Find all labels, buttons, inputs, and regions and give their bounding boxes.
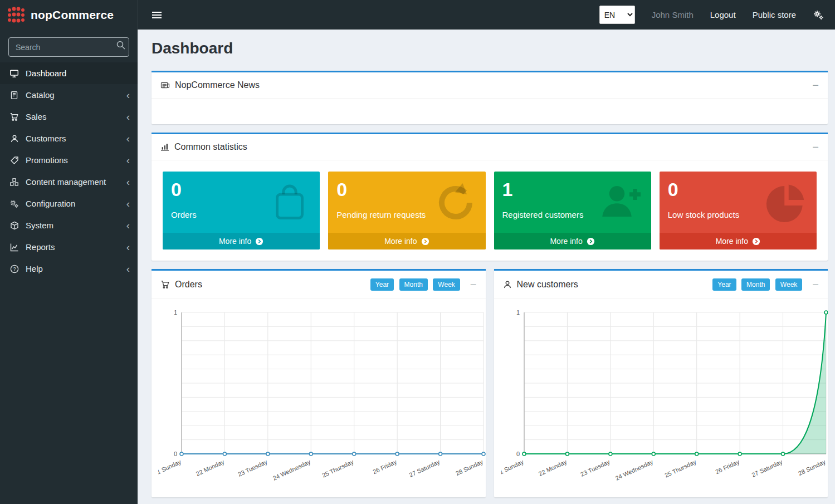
chevron-left-icon: ‹	[126, 266, 130, 272]
stat-boxes-row: 0 Orders More info 0 Pending return requ…	[152, 160, 828, 261]
sidebar-item-label: Configuration	[26, 199, 120, 208]
sidebar-toggle-button[interactable]	[148, 8, 166, 22]
statistics-panel-title: Common statistics	[174, 142, 247, 152]
sidebar-item-sales[interactable]: Sales ‹	[0, 106, 138, 128]
search-input[interactable]	[8, 37, 129, 57]
chevron-left-icon: ‹	[126, 244, 130, 251]
stat-value: 0	[171, 179, 311, 200]
sidebar-item-label: Sales	[26, 112, 120, 121]
svg-text:24 Wednesday: 24 Wednesday	[614, 458, 654, 482]
collapse-icon[interactable]: −	[812, 143, 819, 151]
more-info-label: More info	[550, 237, 582, 246]
sidebar-item-label: System	[26, 221, 120, 230]
sidebar-item-catalog[interactable]: Catalog ‹	[0, 84, 138, 106]
collapse-icon[interactable]: −	[812, 81, 819, 89]
sidebar-item-label: Reports	[26, 242, 120, 252]
stat-value: 0	[668, 179, 808, 200]
svg-text:22 Monday: 22 Monday	[195, 458, 226, 477]
more-info-label: More info	[384, 237, 417, 246]
more-info-link[interactable]: More info	[163, 233, 320, 249]
arrow-circle-right-icon	[587, 237, 595, 246]
year-button[interactable]: Year	[712, 278, 736, 291]
page-title: Dashboard	[152, 40, 828, 57]
chevron-left-icon: ‹	[126, 222, 130, 229]
svg-text:27 Saturday: 27 Saturday	[750, 458, 783, 478]
book-icon	[9, 91, 19, 100]
stat-value: 0	[336, 179, 477, 200]
stat-label: Low stock products	[668, 210, 808, 219]
gears-icon	[9, 199, 19, 208]
chevron-left-icon: ‹	[126, 200, 130, 207]
arrow-circle-right-icon	[421, 237, 429, 246]
more-info-link[interactable]: More info	[660, 233, 817, 249]
stat-box-orders: 0 Orders More info	[163, 172, 320, 249]
logout-link[interactable]: Logout	[710, 10, 736, 19]
svg-text:21 Sunday: 21 Sunday	[158, 458, 182, 477]
sidebar-item-help[interactable]: ? Help ‹	[0, 258, 138, 280]
month-button[interactable]: Month	[741, 278, 770, 291]
sidebar-item-label: Dashboard	[26, 68, 130, 78]
brand-logo[interactable]: nopCommerce	[0, 0, 138, 30]
sidebar-item-configuration[interactable]: Configuration ‹	[0, 193, 138, 214]
public-store-link[interactable]: Public store	[753, 10, 796, 19]
search-icon[interactable]	[116, 40, 126, 50]
brand-name: nopCommerce	[31, 8, 114, 22]
sidebar-item-reports[interactable]: Reports ‹	[0, 236, 138, 258]
week-button[interactable]: Week	[433, 278, 460, 291]
orders-panel-header: Orders Year Month Week −	[152, 271, 486, 299]
news-panel-body	[152, 99, 828, 124]
new-customers-panel: New customers Year Month Week − 1021 Sun…	[494, 269, 828, 497]
line-chart-icon	[9, 243, 19, 252]
new-customers-panel-header: New customers Year Month Week −	[494, 271, 828, 299]
sidebar-item-system[interactable]: System ‹	[0, 214, 138, 236]
stat-box-low-stock: 0 Low stock products More info	[660, 172, 817, 249]
sidebar-item-customers[interactable]: Customers ‹	[0, 128, 138, 149]
collapse-icon[interactable]: −	[470, 281, 477, 288]
orders-panel: Orders Year Month Week − 1021 Sunday22 M…	[152, 269, 486, 497]
orders-chart: 1021 Sunday22 Monday23 Tuesday24 Wednesd…	[152, 299, 486, 497]
svg-text:21 Sunday: 21 Sunday	[501, 458, 525, 477]
svg-text:1: 1	[174, 309, 177, 316]
svg-text:28 Sunday: 28 Sunday	[455, 458, 484, 477]
bar-chart-icon	[160, 143, 169, 151]
common-statistics-panel: Common statistics − 0 Orders More info	[152, 133, 828, 261]
user-name: John Smith	[652, 10, 694, 19]
user-icon	[503, 280, 512, 289]
question-icon: ?	[9, 265, 19, 273]
settings-gear-icon[interactable]	[813, 9, 824, 21]
sidebar-item-content-management[interactable]: Content management ‹	[0, 171, 138, 193]
sidebar-item-label: Help	[26, 264, 120, 273]
month-button[interactable]: Month	[399, 278, 428, 291]
svg-text:23 Tuesday: 23 Tuesday	[579, 458, 611, 478]
new-customers-range-buttons: Year Month Week	[710, 278, 802, 291]
news-panel: NopCommerce News −	[152, 71, 828, 124]
svg-text:26 Friday: 26 Friday	[372, 458, 398, 475]
sidebar-menu: Dashboard Catalog ‹ Sales ‹ Customers ‹ …	[0, 62, 138, 280]
stat-value: 1	[502, 179, 643, 200]
language-select[interactable]: EN	[599, 6, 635, 24]
top-nav: EN John Smith Logout Public store	[138, 0, 835, 30]
orders-panel-title: Orders	[175, 280, 202, 290]
more-info-link[interactable]: More info	[494, 233, 651, 249]
statistics-panel-header: Common statistics −	[152, 134, 828, 160]
sidebar-item-dashboard[interactable]: Dashboard	[0, 62, 138, 84]
stat-box-pending-returns: 0 Pending return requests More info	[328, 172, 485, 249]
svg-text:28 Sunday: 28 Sunday	[797, 458, 827, 477]
brand-dots-icon	[7, 6, 26, 25]
collapse-icon[interactable]: −	[812, 281, 819, 288]
svg-text:25 Thursday: 25 Thursday	[663, 458, 697, 479]
sidebar-item-label: Customers	[26, 134, 120, 143]
year-button[interactable]: Year	[370, 278, 394, 291]
top-nav-right: EN John Smith Logout Public store	[599, 6, 824, 24]
chevron-left-icon: ‹	[126, 114, 130, 120]
new-customers-chart: 1021 Sunday22 Monday23 Tuesday24 Wednesd…	[494, 299, 828, 497]
cart-icon	[160, 280, 170, 289]
main-content: Dashboard NopCommerce News − Common stat…	[138, 0, 835, 504]
chevron-left-icon: ‹	[126, 157, 130, 164]
sidebar-item-promotions[interactable]: Promotions ‹	[0, 149, 138, 171]
stat-label: Pending return requests	[336, 210, 477, 219]
arrow-circle-right-icon	[255, 237, 263, 246]
more-info-link[interactable]: More info	[328, 233, 485, 249]
week-button[interactable]: Week	[775, 278, 802, 291]
new-customers-panel-title: New customers	[517, 280, 578, 290]
